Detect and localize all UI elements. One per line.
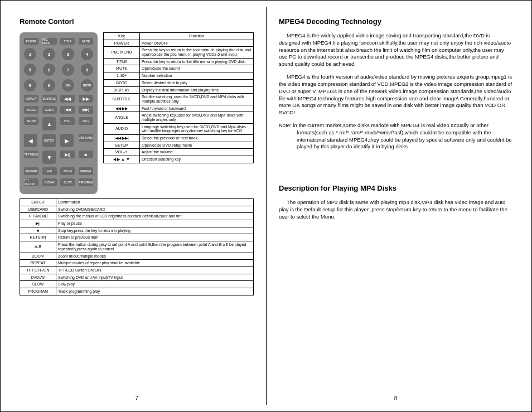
right-title-2: Description for Playing MP4 Disks <box>279 184 512 192</box>
note-body: in the current market,some disks markde … <box>293 122 511 149</box>
paragraph: MPEG4 is the widely-applied video image … <box>279 32 512 68</box>
remote-btn: ▶|| <box>60 151 75 158</box>
remote-btn: TFT OFF/ON <box>24 178 38 186</box>
table-row: ZOOMZoom in/out,multiple modes <box>20 253 254 260</box>
remote-btn: ZOOM <box>60 167 75 175</box>
table-row: ▶||Play or pause <box>20 220 254 227</box>
remote-btn: TITLE <box>60 38 75 45</box>
remote-btn: PBC MENU <box>42 38 57 45</box>
table-row: TFT/MENUSwitching the menus of LCD brigh… <box>20 213 254 220</box>
paragraph: The operation of MP3 disk is same with p… <box>279 199 512 220</box>
table-row: TFT OFF/ONTFT-LCD Switch ON/OFF <box>20 266 254 274</box>
table-row: SLOWSlow play <box>20 281 254 288</box>
spread: Remote Contorl POWER PBC MENU TITLE MUTE… <box>1 1 531 411</box>
table-row: ENTERConfirmation <box>20 199 254 206</box>
table-row: GOTOSelect desired time to play <box>104 79 254 86</box>
remote-btn: 7 <box>62 64 74 76</box>
remote-btn: 3 <box>62 48 74 60</box>
remote-btn: 0 <box>43 79 55 91</box>
key-function-table-bottom: ENTERConfirmation USB/CARDSwitching DVD/… <box>20 198 254 295</box>
page-left: Remote Contorl POWER PBC MENU TITLE MUTE… <box>7 7 267 405</box>
left-upper-row: POWER PBC MENU TITLE MUTE 1 2 3 4 5 6 7 … <box>20 32 254 194</box>
remote-btn: |◀◀ <box>60 106 75 114</box>
remote-btn: REPEAT <box>79 167 93 175</box>
remote-btn: TFT MENU <box>24 151 38 158</box>
remote-btn: ENTER <box>42 134 56 147</box>
remote-btn: ▲ <box>42 117 56 130</box>
paragraph: MPEG4 is the fourth version of audio/vid… <box>279 74 512 117</box>
remote-btn: VOL- <box>60 117 75 125</box>
table-row: REPEATMultiple modes of repeat play shal… <box>20 260 254 267</box>
table-row: USB/CARDSwitching DVD/USB/CARD <box>20 206 254 213</box>
remote-btn: SLOW <box>60 178 75 186</box>
key-function-table-top: Key Function POWERPower ON/OFF PBC MENUP… <box>103 32 254 163</box>
remote-btn: ◀ <box>24 134 37 147</box>
remote-btn: PROGRAM <box>79 178 93 186</box>
page-number-left: 7 <box>135 395 138 401</box>
table-header: Key <box>104 33 140 40</box>
remote-btn: ANGLE <box>24 106 38 114</box>
remote-btn: 9 <box>24 79 36 91</box>
remote-btn: 1 <box>24 48 36 60</box>
right-title-1: MPEG4 Decoding Technology <box>279 17 512 26</box>
table-row: ◀ ▶ ▲ ▼Direction selecting key <box>104 156 254 163</box>
table-row: POWERPower ON/OFF <box>104 40 254 47</box>
table-row: ■Stop key,press the key to return in pla… <box>20 227 254 234</box>
remote-btn: RETURN <box>24 167 38 175</box>
left-title: Remote Contorl <box>20 17 254 26</box>
table-row: PROGRAMTrack programming play <box>20 288 254 295</box>
page-right: MPEG4 Decoding Technology MPEG4 is the w… <box>267 7 525 405</box>
remote-btn: VOL+ <box>79 117 93 125</box>
table-row: TITLEPress the key to return to the titl… <box>104 58 254 65</box>
table-row: SETUPOpen/colse DVD setup menu <box>104 142 254 149</box>
remote-btn: ▼ <box>42 151 56 164</box>
remote-btn: 6 <box>43 64 55 76</box>
table-row: VOL-/+Adjust the volume <box>104 149 254 156</box>
remote-btn: ▶▶| <box>79 106 93 114</box>
remote-btn: ■ <box>79 151 93 158</box>
table-header: Function <box>140 33 254 40</box>
table-row: RETURNReturn to previous item <box>20 234 254 241</box>
table-row: DVD/AVSwitching DVD and AV input/TV inpu… <box>20 274 254 281</box>
table-row: ◀◀ ▶▶Fast forward or backward <box>104 105 254 112</box>
remote-btn: POWER <box>24 38 38 45</box>
remote-btn: SETUP <box>24 117 38 125</box>
remote-btn: MUTE <box>79 38 93 45</box>
remote-btn: ▶ <box>60 134 74 147</box>
note-label: Note: <box>279 122 292 128</box>
remote-btn: GOTO <box>81 79 93 91</box>
remote-btn: A-B <box>42 167 57 175</box>
table-row: |◀◀ ▶▶|Select the previous or next track <box>104 135 254 142</box>
remote-btn: 8 <box>81 64 93 76</box>
remote-btn: AUDIO <box>42 106 57 114</box>
remote-btn: DVD/AV <box>42 178 57 186</box>
page-number-right: 8 <box>394 395 398 401</box>
table-row: A-BPress the button during play to set p… <box>20 241 254 253</box>
remote-btn: DISPLAY <box>24 95 38 103</box>
remote-btn: ◀◀ <box>60 95 75 103</box>
table-row: DISPLAYDisplay the disk information and … <box>104 86 254 94</box>
remote-control-graphic: POWER PBC MENU TITLE MUTE 1 2 3 4 5 6 7 … <box>20 32 98 194</box>
remote-btn: 2 <box>43 48 55 60</box>
remote-btn: USB CARD <box>79 134 93 142</box>
remote-btn: 4 <box>81 48 93 60</box>
table-row: MUTEOpen/close the sound <box>104 65 254 72</box>
remote-btn: SUBTITLE <box>42 95 57 103</box>
table-row: AUDIOLanguage switching key,used for SVC… <box>104 123 254 134</box>
remote-btn: 5 <box>24 64 36 76</box>
table-row: Key Function <box>104 33 254 40</box>
table-row: ANGLEAngle switching key,used for svcd,D… <box>104 112 254 123</box>
remote-btn: ▶▶ <box>79 95 93 103</box>
table-row: PBC MENUPress the key to return to the r… <box>104 47 254 58</box>
note-paragraph: Note: in the current market,some disks m… <box>279 122 512 151</box>
remote-btn: 10+ <box>62 79 74 91</box>
table-row: 1-10+Number selection <box>104 72 254 80</box>
table-row: SUBTITLESubtitle switching ,used for SVC… <box>104 94 254 105</box>
